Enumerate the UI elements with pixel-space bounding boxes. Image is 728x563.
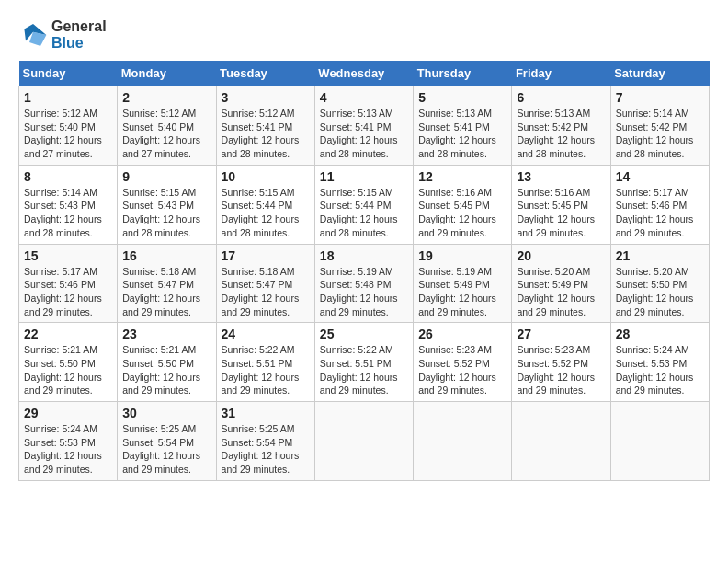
calendar-cell: 26 Sunrise: 5:23 AM Sunset: 5:52 PM Dayl… [414, 323, 512, 402]
calendar-cell: 17 Sunrise: 5:18 AM Sunset: 5:47 PM Dayl… [216, 244, 314, 323]
calendar-cell: 4 Sunrise: 5:13 AM Sunset: 5:41 PM Dayli… [314, 86, 413, 166]
day-info: Sunrise: 5:13 AM Sunset: 5:41 PM Dayligh… [418, 107, 506, 161]
calendar-cell: 10 Sunrise: 5:15 AM Sunset: 5:44 PM Dayl… [216, 165, 314, 244]
day-info: Sunrise: 5:24 AM Sunset: 5:53 PM Dayligh… [24, 422, 112, 477]
calendar-cell: 13 Sunrise: 5:16 AM Sunset: 5:45 PM Dayl… [512, 165, 610, 244]
calendar-cell: 18 Sunrise: 5:19 AM Sunset: 5:48 PM Dayl… [314, 244, 413, 323]
day-number: 24 [222, 327, 310, 341]
calendar-cell: 20 Sunrise: 5:20 AM Sunset: 5:49 PM Dayl… [512, 244, 610, 323]
calendar-cell: 22 Sunrise: 5:21 AM Sunset: 5:50 PM Dayl… [19, 323, 118, 402]
calendar-header-row: SundayMondayTuesdayWednesdayThursdayFrid… [19, 61, 710, 86]
day-number: 29 [24, 406, 112, 420]
logo-icon [18, 20, 48, 50]
day-info: Sunrise: 5:14 AM Sunset: 5:42 PM Dayligh… [616, 107, 704, 161]
calendar-row: 8 Sunrise: 5:14 AM Sunset: 5:43 PM Dayli… [19, 165, 710, 244]
calendar-row: 22 Sunrise: 5:21 AM Sunset: 5:50 PM Dayl… [19, 323, 710, 402]
day-info: Sunrise: 5:25 AM Sunset: 5:54 PM Dayligh… [122, 422, 210, 477]
calendar-cell: 29 Sunrise: 5:24 AM Sunset: 5:53 PM Dayl… [19, 402, 118, 481]
day-number: 31 [222, 406, 310, 420]
calendar-cell: 27 Sunrise: 5:23 AM Sunset: 5:52 PM Dayl… [512, 323, 610, 402]
day-info: Sunrise: 5:20 AM Sunset: 5:49 PM Dayligh… [517, 265, 605, 319]
day-number: 3 [222, 90, 310, 105]
day-number: 19 [418, 248, 506, 263]
calendar-cell: 25 Sunrise: 5:22 AM Sunset: 5:51 PM Dayl… [314, 323, 413, 402]
calendar-cell: 23 Sunrise: 5:21 AM Sunset: 5:50 PM Dayl… [118, 323, 216, 402]
calendar-cell: 24 Sunrise: 5:22 AM Sunset: 5:51 PM Dayl… [216, 323, 314, 402]
day-info: Sunrise: 5:17 AM Sunset: 5:46 PM Dayligh… [24, 265, 112, 319]
day-number: 15 [24, 248, 112, 263]
day-info: Sunrise: 5:22 AM Sunset: 5:51 PM Dayligh… [320, 343, 408, 397]
page-header: General Blue [18, 18, 710, 52]
weekday-header: Thursday [414, 61, 512, 86]
day-number: 9 [122, 169, 210, 184]
day-info: Sunrise: 5:19 AM Sunset: 5:49 PM Dayligh… [418, 265, 506, 319]
day-number: 6 [517, 90, 605, 105]
weekday-header: Saturday [610, 61, 709, 86]
day-number: 11 [320, 169, 408, 184]
day-number: 1 [24, 90, 112, 105]
day-number: 20 [517, 248, 605, 263]
calendar-cell: 7 Sunrise: 5:14 AM Sunset: 5:42 PM Dayli… [610, 86, 709, 166]
day-info: Sunrise: 5:12 AM Sunset: 5:41 PM Dayligh… [222, 107, 310, 161]
weekday-header: Sunday [19, 61, 118, 86]
day-info: Sunrise: 5:14 AM Sunset: 5:43 PM Dayligh… [24, 186, 112, 240]
calendar-table: SundayMondayTuesdayWednesdayThursdayFrid… [18, 61, 710, 481]
day-info: Sunrise: 5:21 AM Sunset: 5:50 PM Dayligh… [24, 343, 112, 397]
day-number: 22 [24, 327, 112, 341]
day-info: Sunrise: 5:15 AM Sunset: 5:43 PM Dayligh… [122, 186, 210, 240]
day-info: Sunrise: 5:19 AM Sunset: 5:48 PM Dayligh… [320, 265, 408, 319]
day-number: 30 [122, 406, 210, 420]
day-number: 14 [616, 169, 704, 184]
day-number: 10 [222, 169, 310, 184]
logo-text: General Blue [51, 18, 107, 52]
day-info: Sunrise: 5:17 AM Sunset: 5:46 PM Dayligh… [616, 186, 704, 240]
calendar-cell: 21 Sunrise: 5:20 AM Sunset: 5:50 PM Dayl… [610, 244, 709, 323]
day-number: 28 [616, 327, 704, 341]
weekday-header: Friday [512, 61, 610, 86]
calendar-row: 15 Sunrise: 5:17 AM Sunset: 5:46 PM Dayl… [19, 244, 710, 323]
day-info: Sunrise: 5:16 AM Sunset: 5:45 PM Dayligh… [418, 186, 506, 240]
day-number: 23 [122, 327, 210, 341]
day-number: 12 [418, 169, 506, 184]
weekday-header: Tuesday [216, 61, 314, 86]
calendar-cell [610, 402, 709, 481]
day-info: Sunrise: 5:21 AM Sunset: 5:50 PM Dayligh… [122, 343, 210, 397]
calendar-body: 1 Sunrise: 5:12 AM Sunset: 5:40 PM Dayli… [19, 86, 710, 481]
calendar-cell: 11 Sunrise: 5:15 AM Sunset: 5:44 PM Dayl… [314, 165, 413, 244]
calendar-cell: 16 Sunrise: 5:18 AM Sunset: 5:47 PM Dayl… [118, 244, 216, 323]
day-info: Sunrise: 5:15 AM Sunset: 5:44 PM Dayligh… [222, 186, 310, 240]
calendar-cell: 3 Sunrise: 5:12 AM Sunset: 5:41 PM Dayli… [216, 86, 314, 166]
weekday-header: Monday [118, 61, 216, 86]
calendar-cell: 15 Sunrise: 5:17 AM Sunset: 5:46 PM Dayl… [19, 244, 118, 323]
calendar-cell: 31 Sunrise: 5:25 AM Sunset: 5:54 PM Dayl… [216, 402, 314, 481]
day-number: 2 [122, 90, 210, 105]
day-number: 8 [24, 169, 112, 184]
day-number: 7 [616, 90, 704, 105]
day-info: Sunrise: 5:12 AM Sunset: 5:40 PM Dayligh… [122, 107, 210, 161]
day-info: Sunrise: 5:23 AM Sunset: 5:52 PM Dayligh… [517, 343, 605, 397]
calendar-cell: 19 Sunrise: 5:19 AM Sunset: 5:49 PM Dayl… [414, 244, 512, 323]
day-number: 26 [418, 327, 506, 341]
calendar-cell: 8 Sunrise: 5:14 AM Sunset: 5:43 PM Dayli… [19, 165, 118, 244]
logo: General Blue [18, 18, 107, 52]
weekday-header: Wednesday [314, 61, 413, 86]
day-info: Sunrise: 5:15 AM Sunset: 5:44 PM Dayligh… [320, 186, 408, 240]
calendar-cell: 9 Sunrise: 5:15 AM Sunset: 5:43 PM Dayli… [118, 165, 216, 244]
day-number: 4 [320, 90, 408, 105]
day-number: 16 [122, 248, 210, 263]
day-info: Sunrise: 5:25 AM Sunset: 5:54 PM Dayligh… [222, 422, 310, 477]
day-info: Sunrise: 5:24 AM Sunset: 5:53 PM Dayligh… [616, 343, 704, 397]
calendar-cell: 28 Sunrise: 5:24 AM Sunset: 5:53 PM Dayl… [610, 323, 709, 402]
day-info: Sunrise: 5:12 AM Sunset: 5:40 PM Dayligh… [24, 107, 112, 161]
calendar-cell: 12 Sunrise: 5:16 AM Sunset: 5:45 PM Dayl… [414, 165, 512, 244]
day-info: Sunrise: 5:13 AM Sunset: 5:41 PM Dayligh… [320, 107, 408, 161]
calendar-cell: 30 Sunrise: 5:25 AM Sunset: 5:54 PM Dayl… [118, 402, 216, 481]
calendar-cell: 2 Sunrise: 5:12 AM Sunset: 5:40 PM Dayli… [118, 86, 216, 166]
day-number: 18 [320, 248, 408, 263]
calendar-cell [414, 402, 512, 481]
day-info: Sunrise: 5:22 AM Sunset: 5:51 PM Dayligh… [222, 343, 310, 397]
calendar-cell [512, 402, 610, 481]
calendar-row: 1 Sunrise: 5:12 AM Sunset: 5:40 PM Dayli… [19, 86, 710, 166]
day-number: 21 [616, 248, 704, 263]
day-number: 25 [320, 327, 408, 341]
